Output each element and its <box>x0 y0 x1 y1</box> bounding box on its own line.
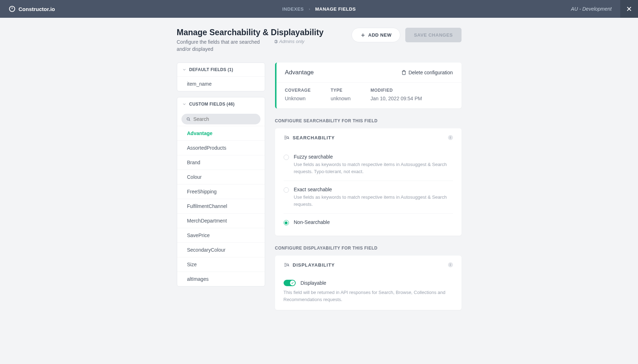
display-list-icon <box>284 262 289 268</box>
svg-line-17 <box>288 266 289 266</box>
modified-value: Jan 10, 2022 09:54 PM <box>370 96 422 101</box>
admins-only-badge: Admins only <box>274 39 305 44</box>
searchability-option[interactable]: Exact searchableUse fields as keywords t… <box>284 181 453 214</box>
field-detail-card: Advantage Delete configuration COVERAGE … <box>275 63 462 108</box>
search-icon <box>186 117 191 122</box>
sidebar-item[interactable]: Advantage <box>177 126 265 140</box>
displayable-toggle[interactable] <box>284 280 296 286</box>
sidebar-item[interactable]: altImages <box>177 272 265 286</box>
add-new-button[interactable]: ADD NEW <box>352 28 401 42</box>
trash-icon <box>401 70 406 75</box>
chevron-right-icon <box>308 6 311 12</box>
close-button[interactable] <box>620 0 638 18</box>
type-label: TYPE <box>331 88 350 93</box>
sidebar-item[interactable]: SecondaryColour <box>177 242 265 257</box>
radio-description: Use fields as keywords to match respecti… <box>294 161 453 175</box>
searchability-option[interactable]: Fuzzy searchableUse fields as keywords t… <box>284 148 453 181</box>
plus-icon <box>360 33 365 38</box>
sidebar-item[interactable]: item_name <box>177 76 265 91</box>
breadcrumb-current: MANAGE FIELDS <box>315 6 356 12</box>
search-box[interactable] <box>181 114 260 124</box>
default-fields-section: DEFAULT FIELDS (1) item_name <box>177 63 265 91</box>
coverage-value: Unknown <box>285 96 311 101</box>
sidebar-item[interactable]: Size <box>177 257 265 272</box>
displayability-head: DISPLAYABILITY <box>293 262 335 268</box>
coverage-label: COVERAGE <box>285 88 311 93</box>
sidebar-item[interactable]: Colour <box>177 170 265 184</box>
svg-line-12 <box>288 138 289 139</box>
chevron-down-icon <box>182 102 186 106</box>
breadcrumb-parent[interactable]: INDEXES <box>282 6 304 12</box>
app-header: Constructor.io INDEXES MANAGE FIELDS AU … <box>0 0 638 18</box>
sidebar-item[interactable]: MerchDepartment <box>177 213 265 228</box>
searchability-section-label: CONFIGURE SEARCHABILITY FOR THIS FIELD <box>275 118 462 123</box>
gear-icon <box>274 39 278 44</box>
chevron-down-icon <box>182 68 186 72</box>
displayable-desc: This field will be returned in API respo… <box>275 289 462 310</box>
radio-button[interactable] <box>284 155 289 160</box>
default-fields-header[interactable]: DEFAULT FIELDS (1) <box>177 63 265 76</box>
modified-label: MODIFIED <box>370 88 422 93</box>
logo-icon <box>9 5 16 12</box>
brand-logo[interactable]: Constructor.io <box>9 5 55 12</box>
sidebar-item[interactable]: AssortedProducts <box>177 140 265 155</box>
searchability-card: SEARCHABILITY i Fuzzy searchableUse fiel… <box>275 128 462 236</box>
page-subtitle: Configure the fields that are searched a… <box>177 39 269 53</box>
delete-configuration-button[interactable]: Delete configuration <box>401 70 453 75</box>
displayability-section-label: CONFIGURE DISPLAYABILITY FOR THIS FIELD <box>275 246 462 251</box>
svg-point-16 <box>286 264 288 266</box>
info-icon[interactable]: i <box>448 135 453 140</box>
radio-button[interactable] <box>284 187 289 193</box>
info-icon[interactable]: i <box>448 262 453 267</box>
sidebar-item[interactable]: FulfilmentChannel <box>177 199 265 213</box>
svg-line-7 <box>189 120 190 121</box>
custom-fields-section: CUSTOM FIELDS (46) AdvantageAssortedProd… <box>177 97 265 287</box>
radio-label: Fuzzy searchable <box>294 154 453 160</box>
check-icon <box>291 282 294 284</box>
svg-point-6 <box>187 118 189 120</box>
radio-description: Use fields as keywords to match respecti… <box>294 194 453 208</box>
svg-point-11 <box>286 137 288 139</box>
displayable-label: Displayable <box>301 280 326 286</box>
radio-label: Non-Searchable <box>294 219 330 225</box>
environment-label: AU - Development <box>571 6 612 12</box>
searchability-head: SEARCHABILITY <box>293 135 335 140</box>
breadcrumb: INDEXES MANAGE FIELDS <box>282 6 356 12</box>
radio-button[interactable] <box>284 220 289 225</box>
sidebar-item[interactable]: Brand <box>177 155 265 170</box>
save-changes-button[interactable]: SAVE CHANGES <box>405 28 461 42</box>
close-icon <box>626 6 632 12</box>
type-value: unknown <box>331 96 350 101</box>
sidebar-item[interactable]: SavePrice <box>177 228 265 242</box>
radio-label: Exact searchable <box>294 187 453 192</box>
sidebar-item[interactable]: FreeShipping <box>177 184 265 199</box>
search-input[interactable] <box>193 116 255 122</box>
searchability-option[interactable]: Non-Searchable <box>284 214 453 232</box>
search-list-icon <box>284 135 289 140</box>
field-title: Advantage <box>285 69 314 76</box>
displayability-card: DISPLAYABILITY i Displayable This field … <box>275 256 462 310</box>
brand-text: Constructor.io <box>19 6 55 12</box>
custom-fields-header[interactable]: CUSTOM FIELDS (46) <box>177 97 265 111</box>
page-title: Manage Searchability & Displayability <box>177 28 324 37</box>
